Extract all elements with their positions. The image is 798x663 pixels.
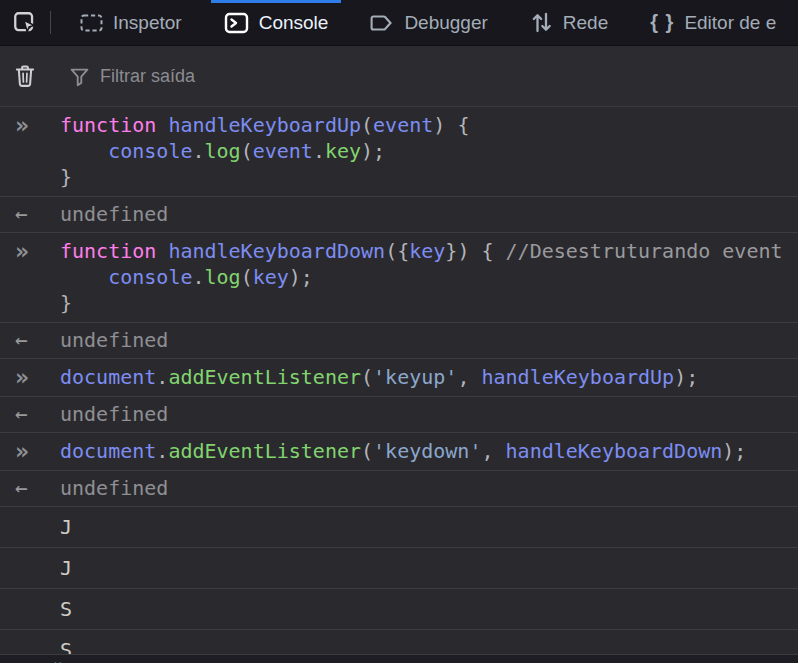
input-chevron-icon: »	[0, 364, 60, 390]
tab-style-editor[interactable]: { } Editor de e	[637, 0, 789, 45]
tab-label: Rede	[563, 12, 608, 34]
tab-inspector[interactable]: Inspetor	[67, 0, 195, 45]
clear-console-button[interactable]	[0, 63, 50, 89]
message-body: S	[60, 596, 798, 622]
console-message-log: J	[0, 507, 798, 548]
filter-output-input[interactable]	[100, 66, 798, 87]
log-gutter	[0, 514, 60, 540]
inspector-icon	[80, 14, 103, 32]
message-body: function handleKeyboardUp(event) { conso…	[60, 112, 798, 190]
message-body: document.addEventListener('keydown', han…	[60, 438, 798, 464]
message-body: J	[60, 555, 798, 581]
console-message-command: »function handleKeyboardDown({key}) { //…	[0, 233, 798, 323]
message-body: undefined	[60, 201, 798, 227]
console-input-row[interactable]: »	[0, 654, 798, 663]
console-icon	[224, 11, 249, 35]
result-arrow-icon: ←	[0, 327, 60, 353]
console-message-command: »function handleKeyboardUp(event) { cons…	[0, 107, 798, 197]
console-message-result: ←undefined	[0, 323, 798, 359]
console-message-command: »document.addEventListener('keyup', hand…	[0, 359, 798, 397]
console-message-command: »document.addEventListener('keydown', ha…	[0, 433, 798, 471]
filter-input-wrap	[69, 66, 798, 87]
tabbar-divider	[50, 11, 51, 34]
filter-funnel-icon	[69, 66, 90, 87]
braces-icon: { }	[650, 11, 674, 34]
tab-network[interactable]: Rede	[517, 0, 621, 45]
console-message-log: J	[0, 548, 798, 589]
trash-icon	[13, 63, 37, 89]
console-message-log: S	[0, 589, 798, 630]
devtools-window: Inspetor Console Debugger	[0, 0, 798, 663]
console-message-result: ←undefined	[0, 397, 798, 433]
message-body: undefined	[60, 327, 798, 353]
input-chevron-icon: »	[0, 112, 60, 190]
element-picker-icon	[12, 10, 38, 36]
input-chevron-icon: »	[0, 238, 60, 316]
result-arrow-icon: ←	[0, 401, 60, 427]
tab-label: Debugger	[404, 12, 487, 34]
console-message-result: ←undefined	[0, 471, 798, 507]
tab-label: Console	[259, 12, 329, 34]
input-chevron-icon: »	[0, 438, 60, 464]
tab-label: Editor de e	[684, 12, 776, 34]
message-body: document.addEventListener('keyup', handl…	[60, 364, 798, 390]
tab-label: Inspetor	[113, 12, 182, 34]
debugger-icon	[370, 12, 394, 34]
console-output: »function handleKeyboardUp(event) { cons…	[0, 107, 798, 663]
message-body: function handleKeyboardDown({key}) { //D…	[60, 238, 798, 316]
result-arrow-icon: ←	[0, 475, 60, 501]
message-body: undefined	[60, 475, 798, 501]
console-filter-toolbar	[0, 46, 798, 107]
console-input-chevron-icon: »	[53, 654, 66, 663]
toolbox-tabbar: Inspetor Console Debugger	[0, 0, 798, 46]
up-down-arrows-icon	[530, 11, 553, 34]
log-gutter	[0, 596, 60, 622]
message-body: undefined	[60, 401, 798, 427]
tab-debugger[interactable]: Debugger	[357, 0, 500, 45]
pick-element-button[interactable]	[0, 0, 50, 45]
tab-console[interactable]: Console	[211, 0, 342, 45]
log-gutter	[0, 555, 60, 581]
message-body: J	[60, 514, 798, 540]
console-message-result: ←undefined	[0, 197, 798, 233]
result-arrow-icon: ←	[0, 201, 60, 227]
